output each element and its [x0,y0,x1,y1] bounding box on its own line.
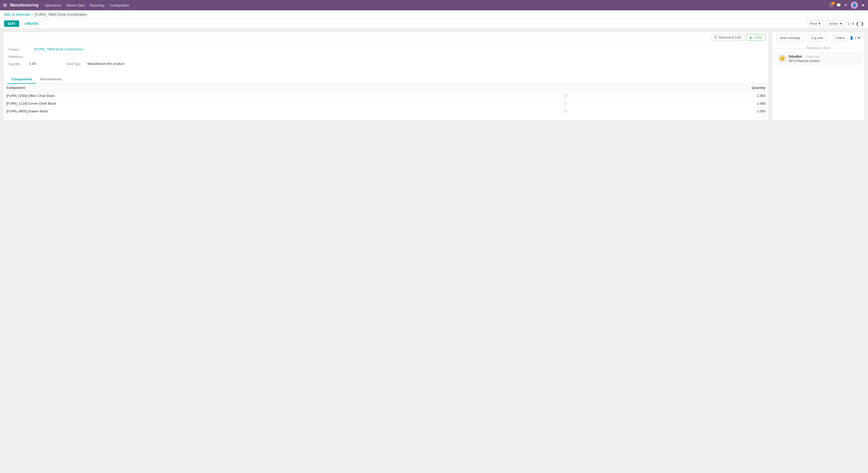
reference-label: Reference [8,55,29,59]
message-avatar: 🙂 [778,55,786,62]
log-note-button[interactable]: Log note [808,35,827,41]
component-file-icon[interactable]: 📄 [560,92,570,100]
component-quantity: 1.000 [570,107,769,115]
record-counter: 1 / 8 [847,22,854,26]
top-navigation: ⊞ Manufacturing Operations Master Data R… [0,0,868,10]
table-row[interactable]: [FURN_1118] Corner Desk Black 📄 1.000 [3,100,769,107]
chatter-header: Send message Log note Follow 👤 1 ▼ [772,32,865,44]
quantity-bom-row: Quantity 1.00 BoM Type Manufacture this … [8,62,764,66]
structure-cost-button[interactable]: ☰ Structure & Cost [711,34,745,41]
active-label: Active [753,36,762,39]
close-icon[interactable]: ✕ [844,3,847,7]
file-icon: 📄 [563,109,567,113]
chatter-right: Follow 👤 1 ▼ [833,35,861,41]
tab-components-label: Components [11,77,32,81]
bom-type-label: BoM Type [67,62,87,66]
user-avatar[interactable]: 👤 [851,2,858,9]
product-field-row: Product [FURN_7800] Desk Combination [8,47,764,52]
breadcrumb-current: [FURN_7800] Desk Combination [35,12,87,17]
action-dropdown-icon: ▼ [839,22,843,26]
table-row[interactable]: [FURN_0269] Office Chair Black 📄 1.000 [3,92,769,100]
menu-operations[interactable]: Operations [45,3,61,7]
menu-configuration[interactable]: Configuration [110,3,129,7]
quantity-label: Quantity [8,62,29,66]
file-icon: 📄 [563,94,567,98]
quantity-group: Quantity 1.00 [8,62,36,66]
col-file-header [560,84,570,92]
print-button[interactable]: Print ▼ [807,21,824,27]
main-menu: Operations Master Data Reporting Configu… [45,3,829,7]
follower-icon: 👤 [850,36,854,40]
reference-quantity-row: Reference [8,55,764,59]
record-navigation: 1 / 8 ❮ ❯ [847,21,864,26]
create-button[interactable]: CREATE [21,21,42,27]
tabs-bar: Components Miscellaneous [3,75,769,84]
breadcrumb: Bills of Materials / [FURN_7800] Desk Co… [0,10,868,19]
message-body: OdooBot · 2 days ago Bill of Material cr… [789,55,859,63]
col-quantity-header: Quantity [570,84,769,92]
action-label: Action [829,22,838,26]
components-table-container: Component Quantity [FURN_0269] Office Ch… [3,84,769,120]
action-bar: EDIT CREATE Print ▼ Action ▼ 1 / 8 ❮ ❯ [0,19,868,29]
table-row[interactable]: [FURN_8900] Drawer Black 📄 1.000 [3,107,769,115]
tab-components[interactable]: Components [7,75,36,84]
component-quantity: 1.000 [570,100,769,107]
topnav-right-icons: ⓘ 7 💬 ✕ 👤 ▼ [829,2,865,9]
col-component-header: Component [3,84,560,92]
follower-count[interactable]: 👤 1 ▼ [850,36,861,40]
follower-number: 1 [855,36,857,40]
message-text: Bill of Material created [789,59,859,63]
brand-name: Manufacturing [10,3,38,7]
breadcrumb-parent[interactable]: Bills of Materials [4,12,30,17]
chatter-date-divider: February 4, 2019 [772,44,865,52]
print-label: Print [810,22,817,26]
menu-master-data[interactable]: Master Data [66,3,85,7]
component-file-icon[interactable]: 📄 [560,100,570,107]
reference-group: Reference [8,55,29,59]
quantity-value: 1.00 [29,62,36,66]
follow-button[interactable]: Follow [833,35,848,41]
product-value[interactable]: [FURN_7800] Desk Combination [34,47,83,51]
bom-type-group: BoM Type Manufacture this product [67,62,124,66]
structure-cost-icon: ☰ [714,36,717,39]
print-dropdown-icon: ▼ [818,22,821,26]
product-label: Product [8,47,34,52]
component-quantity: 1.000 [570,92,769,100]
menu-reporting[interactable]: Reporting [90,3,104,7]
help-badge: 7 [831,2,835,5]
form-fields: Product [FURN_7800] Desk Combination Ref… [3,43,769,73]
edit-button[interactable]: EDIT [4,21,19,27]
chatter-panel: Send message Log note Follow 👤 1 ▼ Febru… [772,32,865,121]
main-content: ☰ Structure & Cost ▶ Active Product [FUR… [0,29,868,124]
chat-icon[interactable]: 💬 [836,3,841,7]
record-prev-button[interactable]: ❮ [856,21,859,26]
send-message-button[interactable]: Send message [776,35,804,41]
action-button[interactable]: Action ▼ [826,21,845,27]
breadcrumb-separator: / [32,13,33,17]
component-name: [FURN_1118] Corner Desk Black [3,100,560,107]
help-icon[interactable]: ⓘ 7 [829,3,833,8]
active-icon: ▶ [750,36,752,39]
file-icon: 📄 [563,101,567,105]
component-name: [FURN_0269] Office Chair Black [3,92,560,100]
active-status-button[interactable]: ▶ Active [747,34,766,41]
component-name: [FURN_8900] Drawer Black [3,107,560,115]
user-dropdown-icon[interactable]: ▼ [861,3,865,7]
message-time: · 2 days ago [804,55,820,58]
components-table: Component Quantity [FURN_0269] Office Ch… [3,84,769,115]
message-author: OdooBot [789,55,802,58]
chatter-message: 🙂 OdooBot · 2 days ago Bill of Material … [774,52,863,65]
status-bar: ☰ Structure & Cost ▶ Active [3,32,769,43]
table-header-row: Component Quantity [3,84,769,92]
tab-miscellaneous-label: Miscellaneous [40,77,61,81]
structure-cost-label: Structure & Cost [718,36,741,39]
tab-miscellaneous[interactable]: Miscellaneous [36,75,66,84]
form-panel: ☰ Structure & Cost ▶ Active Product [FUR… [3,32,769,121]
bom-type-value: Manufacture this product [87,62,124,66]
component-file-icon[interactable]: 📄 [560,107,570,115]
follower-dropdown-icon: ▼ [858,36,861,40]
apps-icon[interactable]: ⊞ [3,2,7,8]
chatter-date: February 4, 2019 [807,46,830,50]
record-next-button[interactable]: ❯ [861,21,864,26]
